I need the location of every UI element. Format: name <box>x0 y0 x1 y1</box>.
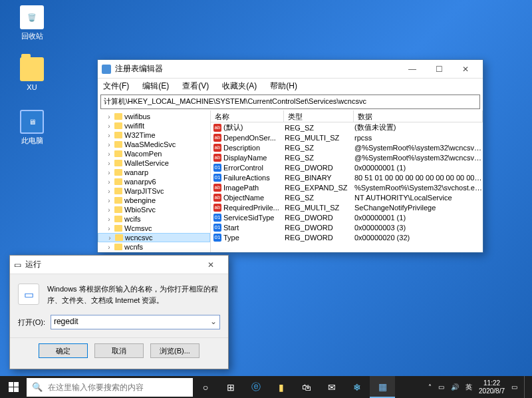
titlebar[interactable]: 注册表编辑器 — ☐ ✕ <box>98 60 483 79</box>
taskbar-search[interactable]: 🔍 <box>27 378 193 397</box>
value-name: FailureActions <box>223 174 285 182</box>
taskbar-app-mail[interactable]: ✉ <box>319 376 344 398</box>
folder-icon <box>114 141 122 148</box>
tree-item[interactable]: ›WbioSrvc <box>98 205 210 214</box>
expand-icon[interactable]: › <box>106 234 113 242</box>
registry-value-row[interactable]: abDescriptionREG_SZ@%SystemRoot%\system3… <box>211 142 483 152</box>
close-button[interactable]: ✕ <box>452 61 479 78</box>
expand-icon[interactable]: › <box>106 160 112 167</box>
folder-icon <box>114 169 122 176</box>
expand-icon[interactable]: › <box>106 188 112 195</box>
value-data: rpcss <box>354 134 483 142</box>
value-type-icon: 01 <box>213 224 221 232</box>
column-header-data[interactable]: 数据 <box>354 110 483 122</box>
menu-edit[interactable]: 编辑(E) <box>140 79 172 93</box>
taskbar: 🔍 ○ ⊞ ⓔ ▮ 🛍 ✉ ❄ ▦ ˄ ▭ 🔊 英 11:22 2020/8/7… <box>0 376 532 398</box>
tree-item-label: vwififlt <box>124 122 144 130</box>
value-type-icon: ab <box>213 184 221 192</box>
taskbar-app-generic[interactable]: ❄ <box>344 376 370 398</box>
tray-chevron-icon[interactable]: ˄ <box>428 383 432 391</box>
show-desktop-button[interactable] <box>524 376 528 398</box>
value-type: REG_SZ <box>285 154 354 162</box>
address-bar[interactable]: 计算机\HKEY_LOCAL_MACHINE\SYSTEM\CurrentCon… <box>100 95 480 109</box>
minimize-button[interactable]: — <box>399 61 426 78</box>
start-button[interactable] <box>0 376 27 398</box>
tree-item[interactable]: ›vwififlt <box>98 121 210 130</box>
cancel-button[interactable]: 取消 <box>94 343 144 358</box>
task-view-icon[interactable]: ⊞ <box>218 376 243 398</box>
desktop-icon-folder[interactable]: XU <box>12 55 52 91</box>
column-header-name[interactable]: 名称 <box>211 110 284 122</box>
registry-tree[interactable]: ›vwifibus›vwififlt›W32Time›WaaSMedicSvc›… <box>98 110 211 252</box>
registry-value-row[interactable]: 01ServiceSidTypeREG_DWORD0x00000001 (1) <box>211 212 483 222</box>
taskbar-app-regedit[interactable]: ▦ <box>370 376 395 398</box>
run-input[interactable]: regedit <box>51 315 220 329</box>
tray-network-icon[interactable]: ▭ <box>438 383 444 391</box>
expand-icon[interactable]: › <box>106 113 112 120</box>
registry-value-row[interactable]: abObjectNameREG_SZNT AUTHORITY\LocalServ… <box>211 192 483 202</box>
menu-view[interactable]: 查看(V) <box>180 79 211 93</box>
expand-icon[interactable]: › <box>106 150 112 158</box>
tree-item[interactable]: ›wanarpv6 <box>98 177 210 186</box>
value-type: REG_BINARY <box>285 174 354 182</box>
tree-item[interactable]: ›W32Time <box>98 130 210 140</box>
tree-item[interactable]: ›wanarp <box>98 168 210 177</box>
close-button[interactable]: ✕ <box>198 256 224 274</box>
registry-value-row[interactable]: abImagePathREG_EXPAND_SZ%SystemRoot%\Sys… <box>211 182 483 192</box>
expand-icon[interactable]: › <box>106 141 112 148</box>
registry-value-row[interactable]: 01TypeREG_DWORD0x00000020 (32) <box>211 232 483 242</box>
tree-item[interactable]: ›WacomPen <box>98 149 210 158</box>
tree-item[interactable]: ›wbengine <box>98 196 210 205</box>
expand-icon[interactable]: › <box>106 178 112 186</box>
tree-item[interactable]: ›WalletService <box>98 158 210 168</box>
tree-item[interactable]: ›Wcmsvc <box>98 224 210 233</box>
tray-clock[interactable]: 11:22 2020/8/7 <box>479 379 505 395</box>
registry-value-row[interactable]: ab(默认)REG_SZ(数值未设置) <box>211 122 483 132</box>
expand-icon[interactable]: › <box>106 216 112 223</box>
browse-button[interactable]: 浏览(B)... <box>150 343 200 358</box>
expand-icon[interactable]: › <box>106 132 112 139</box>
tray-ime-indicator[interactable]: 英 <box>466 383 472 392</box>
registry-value-row[interactable]: 01StartREG_DWORD0x00000003 (3) <box>211 222 483 232</box>
expand-icon[interactable]: › <box>106 169 112 176</box>
tree-item[interactable]: ›wcifs <box>98 214 210 224</box>
expand-icon[interactable]: › <box>106 225 112 232</box>
tree-item[interactable]: ›vwifibus <box>98 112 210 121</box>
ok-button[interactable]: 确定 <box>39 343 88 358</box>
expand-icon[interactable]: › <box>106 197 112 204</box>
tree-item[interactable]: ›wcnfs <box>98 242 210 252</box>
cortana-icon[interactable]: ○ <box>193 376 218 398</box>
menu-help[interactable]: 帮助(H) <box>267 79 300 93</box>
menu-favorites[interactable]: 收藏夹(A) <box>219 79 259 93</box>
tray-notifications-icon[interactable]: ▭ <box>511 383 517 391</box>
registry-value-list: 名称 类型 数据 ab(默认)REG_SZ(数值未设置)abDependOnSe… <box>211 110 483 252</box>
tree-item[interactable]: ›WarpJITSvc <box>98 186 210 196</box>
registry-value-row[interactable]: 01ErrorControlREG_DWORD0x00000001 (1) <box>211 162 483 172</box>
registry-value-row[interactable]: abRequiredPrivile...REG_MULTI_SZSeChange… <box>211 202 483 212</box>
taskbar-app-store[interactable]: 🛍 <box>294 376 319 398</box>
value-name: Description <box>223 144 285 152</box>
maximize-button[interactable]: ☐ <box>426 61 452 78</box>
desktop-icon-this-pc[interactable]: 🖥 此电脑 <box>12 110 52 146</box>
registry-value-row[interactable]: 01FailureActionsREG_BINARY80 51 01 00 00… <box>211 172 483 182</box>
value-type-icon: ab <box>213 154 221 162</box>
taskbar-app-edge[interactable]: ⓔ <box>243 376 269 398</box>
menu-file[interactable]: 文件(F) <box>100 79 132 93</box>
run-icon-small: ▭ <box>14 260 21 270</box>
tree-item[interactable]: ›wcncsvc <box>98 233 210 242</box>
titlebar[interactable]: ▭ 运行 ✕ <box>10 256 228 274</box>
registry-value-row[interactable]: abDependOnSer...REG_MULTI_SZrpcss <box>211 132 483 142</box>
desktop-icon-recycle[interactable]: 🗑️ 回收站 <box>12 5 52 41</box>
tree-item[interactable]: ›WaaSMedicSvc <box>98 140 210 149</box>
expand-icon[interactable]: › <box>106 206 112 214</box>
registry-value-row[interactable]: abDisplayNameREG_SZ@%SystemRoot%\system3… <box>211 152 483 162</box>
taskbar-app-explorer[interactable]: ▮ <box>269 376 294 398</box>
value-type: REG_SZ <box>285 194 354 202</box>
expand-icon[interactable]: › <box>106 244 112 251</box>
tray-volume-icon[interactable]: 🔊 <box>451 383 459 391</box>
expand-icon[interactable]: › <box>106 122 112 130</box>
column-header-type[interactable]: 类型 <box>284 110 354 122</box>
search-input[interactable] <box>48 383 188 392</box>
value-type: REG_DWORD <box>285 234 354 242</box>
list-header[interactable]: 名称 类型 数据 <box>211 110 483 122</box>
